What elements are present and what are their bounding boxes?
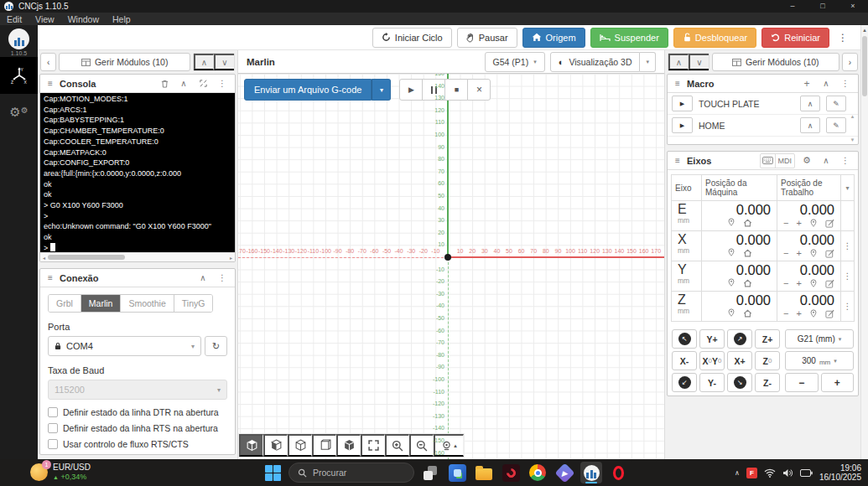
collapse-right-button[interactable]: › bbox=[842, 53, 858, 71]
edit-macro-button[interactable]: ✎ bbox=[826, 117, 846, 133]
taskbar-clock[interactable]: 19:06 16/10/2025 bbox=[819, 463, 861, 483]
increment-icon[interactable]: + bbox=[797, 248, 802, 258]
controller-tab-tinyg[interactable]: TinyG bbox=[174, 295, 213, 312]
view-top-button[interactable] bbox=[239, 434, 263, 457]
add-macro-button[interactable]: + bbox=[799, 77, 814, 90]
edit-position-icon[interactable] bbox=[825, 309, 834, 318]
file-explorer-icon[interactable] bbox=[473, 462, 495, 483]
home-axis-icon[interactable] bbox=[743, 219, 752, 227]
widget-up-button-right[interactable]: ∧ bbox=[668, 54, 689, 70]
mdi-button[interactable]: MDI bbox=[776, 154, 795, 168]
units-select[interactable]: G21 (mm)▾ bbox=[785, 329, 854, 349]
close-button[interactable]: × bbox=[838, 0, 868, 13]
connection-checkbox[interactable]: Definir estado da linha DTR na abertura bbox=[48, 407, 227, 417]
console-hscrollbar[interactable]: ◂ ▸ bbox=[40, 252, 235, 261]
goto-machine-zero-icon[interactable] bbox=[727, 218, 735, 227]
console-menu-button[interactable]: ⋮ bbox=[215, 77, 230, 90]
checkbox-icon[interactable] bbox=[48, 423, 58, 433]
controller-tab-marlin[interactable]: Marlin bbox=[81, 295, 122, 312]
connection-menu-button[interactable]: ⋮ bbox=[215, 271, 230, 285]
widget-down-button-right[interactable]: ∨ bbox=[689, 54, 709, 70]
scrollbar-thumb[interactable] bbox=[862, 36, 867, 96]
pause-button[interactable]: Pausar bbox=[457, 28, 517, 48]
menu-item-edit[interactable]: Edit bbox=[0, 14, 29, 24]
edit-position-icon[interactable] bbox=[825, 279, 834, 288]
collapse-left-button[interactable]: ‹ bbox=[40, 53, 56, 71]
window-scrollbar[interactable]: ▲ bbox=[860, 25, 868, 459]
taskbar-app-blue[interactable] bbox=[446, 462, 468, 483]
refresh-ports-button[interactable]: ↻ bbox=[205, 336, 227, 356]
jog-diagonal-ne[interactable]: ↗ bbox=[727, 329, 752, 349]
jog-button-z-[interactable]: Z- bbox=[755, 373, 780, 392]
jog-button-y-[interactable]: Y- bbox=[699, 373, 725, 392]
manage-widgets-button-right[interactable]: Gerir Módulos (10) bbox=[712, 53, 839, 71]
sidebar-item-workspace[interactable]: YXZ bbox=[0, 57, 38, 94]
step-decrease-button[interactable]: − bbox=[785, 373, 819, 392]
scroll-right-arrow[interactable]: ▸ bbox=[230, 255, 232, 261]
macro-collapse-button[interactable]: ∧ bbox=[800, 96, 820, 111]
controller-tab-grbl[interactable]: Grbl bbox=[49, 295, 81, 312]
view-side-button[interactable] bbox=[312, 434, 336, 457]
step-distance-select[interactable]: 300 mm ▾ bbox=[785, 351, 854, 370]
goto-work-zero-icon[interactable] bbox=[809, 219, 818, 228]
increment-icon[interactable]: + bbox=[797, 308, 802, 318]
menu-item-view[interactable]: View bbox=[29, 14, 61, 24]
toolbar-overflow-menu[interactable]: ⋮ bbox=[834, 32, 851, 44]
clear-console-button[interactable] bbox=[157, 77, 172, 90]
start-cycle-button[interactable]: Iniciar Ciclo bbox=[372, 28, 452, 48]
connection-checkbox[interactable]: Usar controlo de fluxo RTS/CTS bbox=[48, 439, 227, 449]
drag-handle-icon[interactable]: ≡ bbox=[673, 77, 683, 90]
sidebar-item-settings[interactable]: ⚙⚙ bbox=[0, 94, 38, 131]
run-macro-button[interactable]: ▶ bbox=[672, 96, 693, 111]
keypad-button[interactable] bbox=[761, 154, 776, 168]
zoom-fit-button[interactable] bbox=[361, 434, 385, 457]
reset-button[interactable]: Reiniciar bbox=[761, 28, 829, 48]
goto-machine-zero-icon[interactable] bbox=[727, 278, 735, 287]
collapse-connection-button[interactable]: ∧ bbox=[195, 271, 211, 285]
start-button[interactable] bbox=[262, 462, 283, 483]
widget-up-button[interactable]: ∧ bbox=[194, 54, 214, 70]
collapse-macro-button[interactable]: ∧ bbox=[819, 77, 834, 90]
volume-icon[interactable] bbox=[782, 468, 793, 478]
chrome-icon[interactable] bbox=[527, 462, 548, 483]
zoom-out-button[interactable] bbox=[409, 434, 434, 457]
increment-icon[interactable]: + bbox=[797, 278, 802, 288]
edit-position-icon[interactable] bbox=[825, 249, 834, 258]
goto-machine-zero-icon[interactable] bbox=[727, 248, 735, 257]
axis-row-menu[interactable]: ⋮ bbox=[841, 292, 854, 321]
macro-collapse-button[interactable]: ∧ bbox=[800, 117, 820, 133]
controller-tab-smoothie[interactable]: Smoothie bbox=[121, 295, 174, 312]
maximize-button[interactable]: □ bbox=[808, 0, 838, 13]
manage-widgets-button-left[interactable]: Gerir Módulos (10) bbox=[59, 53, 190, 71]
step-increase-button[interactable]: + bbox=[821, 373, 855, 392]
viewport-3d[interactable]: Enviar um Arquivo G-code ▾ ▶ ■ × bbox=[238, 74, 664, 459]
jog-button-x-[interactable]: X- bbox=[672, 351, 697, 370]
close-gcode-button[interactable]: × bbox=[467, 79, 491, 101]
wcs-select[interactable]: G54 (P1)▾ bbox=[485, 52, 545, 72]
view-iso1-button[interactable] bbox=[263, 434, 288, 457]
collapse-axes-button[interactable]: ∧ bbox=[819, 154, 834, 168]
jog-button-y+[interactable]: Y+ bbox=[699, 329, 725, 349]
view-3d-iso-button[interactable] bbox=[336, 434, 361, 457]
home-axis-icon[interactable] bbox=[743, 309, 752, 318]
decrement-icon[interactable]: − bbox=[783, 308, 788, 318]
fullscreen-console-button[interactable] bbox=[195, 77, 211, 90]
jog-button-x0y0[interactable]: X0Y0 bbox=[699, 351, 725, 370]
goto-work-zero-icon[interactable] bbox=[809, 309, 818, 318]
taskbar-search[interactable]: Procurar bbox=[288, 463, 414, 483]
upload-gcode-button[interactable]: Enviar um Arquivo G-code bbox=[244, 79, 372, 101]
opera-gx-icon[interactable] bbox=[500, 462, 522, 483]
menu-item-help[interactable]: Help bbox=[106, 14, 138, 24]
edit-position-icon[interactable] bbox=[825, 219, 834, 228]
jog-button-z0[interactable]: Z0 bbox=[755, 351, 780, 370]
drag-handle-icon[interactable]: ≡ bbox=[673, 154, 683, 168]
widget-down-button[interactable]: ∨ bbox=[214, 54, 234, 70]
minimize-button[interactable]: – bbox=[777, 0, 808, 13]
jog-button-x+[interactable]: X+ bbox=[727, 351, 752, 370]
opera-icon[interactable] bbox=[607, 462, 629, 483]
decrement-icon[interactable]: − bbox=[783, 218, 788, 228]
decrement-icon[interactable]: − bbox=[783, 248, 788, 258]
view-3d-toggle[interactable]: ◐ Visualização 3D bbox=[550, 52, 641, 72]
view-options-button[interactable]: ▾ bbox=[640, 52, 656, 72]
console-output[interactable]: Cap:MOTION_MODES:1Cap:ARCS:1Cap:BABYSTEP… bbox=[40, 93, 235, 252]
